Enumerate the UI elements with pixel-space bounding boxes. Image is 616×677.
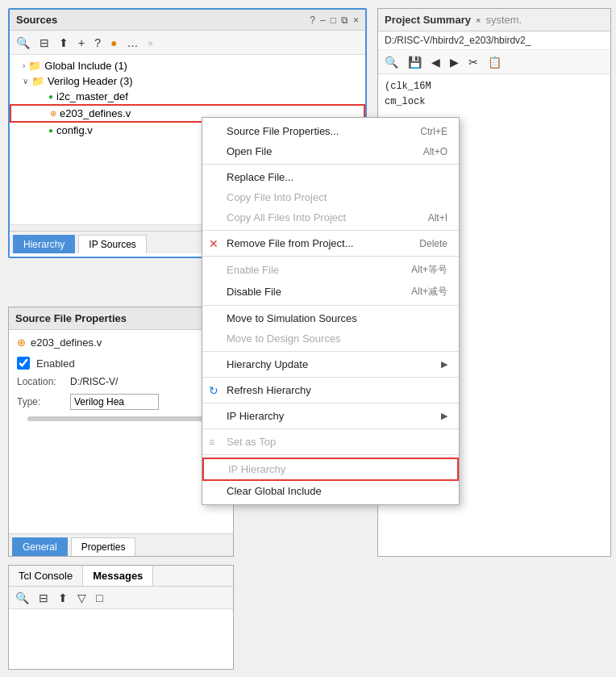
ctx-item-label: Refresh Hierarchy <box>227 384 311 396</box>
tree-arrow: ∨ <box>23 77 28 86</box>
sfp-filename: ⊕ e203_defines.v <box>17 336 225 349</box>
ps-cut-icon[interactable]: ✂ <box>467 54 480 70</box>
status-dot-icon: ● <box>48 126 53 135</box>
ps-tab2[interactable]: system. <box>485 14 522 26</box>
tcl-body <box>9 609 233 616</box>
status-dot-icon: ⊕ <box>50 109 56 118</box>
sort-icon[interactable]: ⊟ <box>38 35 51 51</box>
tab-properties[interactable]: Properties <box>71 537 136 556</box>
tcl-tab-console[interactable]: Tcl Console <box>9 566 83 586</box>
type-input[interactable] <box>70 394 159 410</box>
title-bar-controls: ? – □ ⧉ × <box>310 15 359 26</box>
ctx-item-label: Move to Simulation Sources <box>227 312 357 324</box>
sfp-scrollbar[interactable] <box>27 416 214 421</box>
close-icon[interactable]: × <box>353 15 359 26</box>
tcl-clear-icon[interactable]: □ <box>94 590 104 606</box>
ps-back-icon[interactable]: ◀ <box>430 54 442 70</box>
ctx-separator-4 <box>202 305 459 306</box>
tree-verilog-header[interactable]: ∨ 📁 Verilog Header (3) <box>10 73 365 89</box>
add-icon[interactable]: + <box>77 35 86 51</box>
sources-toolbar: 🔍 ⊟ ⬆ + ? ● … » <box>10 31 365 55</box>
ctx-disable-file[interactable]: Disable File Alt+减号 <box>202 281 459 303</box>
ps-path: D:/RISC-V/hbirdv2_e203/hbirdv2_ <box>378 31 610 50</box>
ctx-replace-file[interactable]: Replace File... <box>202 167 459 187</box>
type-label: Type: <box>17 396 65 407</box>
ctx-move-to-simulation[interactable]: Move to Simulation Sources <box>202 308 459 328</box>
sfp-type-row: Type: <box>17 394 225 410</box>
location-label: Location: <box>17 376 65 387</box>
sfp-location-row: Location: D:/RISC-V/ <box>17 376 225 387</box>
ctx-hierarchy-update[interactable]: Hierarchy Update ▶ <box>202 354 459 374</box>
ctx-separator-8 <box>202 428 459 429</box>
sfp-panel: Source File Properties ⊕ e203_defines.v … <box>8 307 234 557</box>
tree-i2c-master[interactable]: ● i2c_master_def <box>10 89 365 104</box>
up-icon[interactable]: ⬆ <box>57 35 70 51</box>
ctx-shortcut: Alt+等号 <box>411 263 447 277</box>
ctx-clear-global-include[interactable]: Clear Global Include <box>202 481 459 501</box>
expand-icon[interactable]: » <box>146 36 154 49</box>
tree-item-label: e203_defines.v <box>60 107 131 119</box>
folder-icon: 📁 <box>28 60 41 72</box>
ctx-open-file[interactable]: Open File Alt+O <box>202 141 459 161</box>
code-line-2: cm_lock <box>385 94 604 110</box>
status-icon[interactable]: ● <box>109 35 119 51</box>
sfp-title: Source File Properties <box>9 307 233 330</box>
help-icon[interactable]: ? <box>310 15 315 26</box>
enabled-label: Enabled <box>36 357 75 370</box>
tcl-toolbar: 🔍 ⊟ ⬆ ▽ □ <box>9 587 233 609</box>
ctx-separator-2 <box>202 230 459 231</box>
dock-icon[interactable]: ⧉ <box>341 15 348 26</box>
ps-forward-icon[interactable]: ▶ <box>448 54 460 70</box>
location-value: D:/RISC-V/ <box>70 376 118 387</box>
ctx-item-label: Clear Global Include <box>227 485 322 497</box>
remove-icon: ✕ <box>209 237 219 250</box>
tcl-tab-messages[interactable]: Messages <box>83 566 153 586</box>
enabled-checkbox[interactable] <box>17 357 30 370</box>
more-icon[interactable]: … <box>125 35 139 51</box>
ps-close-icon[interactable]: × <box>476 15 481 25</box>
ctx-remove-file[interactable]: ✕ Remove File from Project... Delete <box>202 233 459 253</box>
ps-search-icon[interactable]: 🔍 <box>383 54 400 70</box>
ctx-separator-9 <box>202 454 459 455</box>
tcl-up-icon[interactable]: ⬆ <box>56 590 69 606</box>
tab-general[interactable]: General <box>12 537 68 556</box>
ctx-item-label: Open File <box>227 145 272 157</box>
ctx-item-label: Copy File Into Project <box>227 191 327 203</box>
code-line-1: (clk_16M <box>385 79 604 94</box>
ctx-source-file-properties[interactable]: Source File Properties... Ctrl+E <box>202 121 459 141</box>
tree-arrow: › <box>23 61 25 70</box>
ps-paste-icon[interactable]: 📋 <box>486 54 503 70</box>
set-top-icon: ≡ <box>209 437 214 448</box>
ctx-copy-file: Copy File Into Project <box>202 187 459 207</box>
ctx-separator-5 <box>202 351 459 352</box>
ctx-ip-hierarchy[interactable]: IP Hierarchy ▶ <box>202 406 459 426</box>
minimize-icon[interactable]: – <box>320 15 326 26</box>
tcl-filter-icon[interactable]: ▽ <box>76 590 88 606</box>
ps-toolbar: 🔍 💾 ◀ ▶ ✂ 📋 <box>378 50 610 74</box>
ctx-item-label: Copy All Files Into Project <box>227 211 346 224</box>
refresh-icon: ↻ <box>209 384 219 397</box>
ctx-enable-file: Enable File Alt+等号 <box>202 259 459 281</box>
ctx-refresh-hierarchy[interactable]: ↻ Refresh Hierarchy <box>202 380 459 400</box>
tab-hierarchy[interactable]: Hierarchy <box>13 235 75 253</box>
ctx-set-global-include[interactable]: IP Hierarchy <box>202 458 459 481</box>
ctx-item-label: IP Hierarchy <box>228 463 285 475</box>
ctx-separator-3 <box>202 256 459 257</box>
search-icon[interactable]: 🔍 <box>15 35 31 51</box>
restore-icon[interactable]: □ <box>331 15 336 26</box>
tcl-sort-icon[interactable]: ⊟ <box>37 590 50 606</box>
ctx-shortcut: Alt+减号 <box>411 285 447 299</box>
sfp-filename-text: e203_defines.v <box>31 336 102 349</box>
ctx-separator-6 <box>202 377 459 378</box>
tcl-search-icon[interactable]: 🔍 <box>14 590 31 606</box>
ctx-shortcut: Delete <box>419 238 447 249</box>
help2-icon[interactable]: ? <box>93 35 102 51</box>
tcl-title-bar: Tcl Console Messages <box>9 566 233 587</box>
tree-global-include[interactable]: › 📁 Global Include (1) <box>10 58 365 73</box>
ps-tab-summary[interactable]: Project Summary <box>385 14 471 26</box>
ctx-separator-1 <box>202 164 459 165</box>
submenu-arrow-icon: ▶ <box>441 411 447 421</box>
tab-ip-sources[interactable]: IP Sources <box>78 235 146 253</box>
tree-item-label: Verilog Header (3) <box>48 75 133 87</box>
ps-save-icon[interactable]: 💾 <box>406 54 423 70</box>
